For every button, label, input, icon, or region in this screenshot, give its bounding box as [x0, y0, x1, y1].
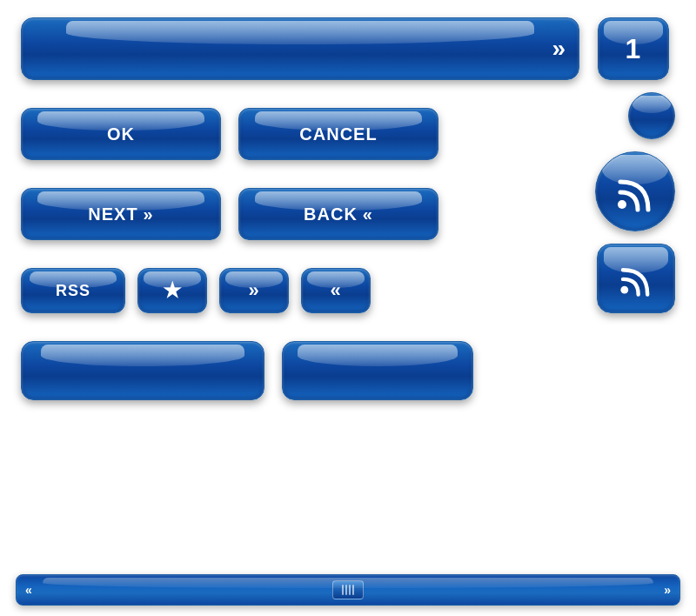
wide-button-chevron: »	[552, 37, 566, 61]
rss-circle-icon	[613, 170, 657, 213]
rss-text-button[interactable]: RSS	[21, 268, 125, 313]
scroll-right-arrow[interactable]: »	[655, 583, 679, 597]
scroll-left-arrow[interactable]: «	[17, 583, 41, 597]
wide-button[interactable]: »	[21, 17, 579, 80]
star-button[interactable]: ★	[137, 268, 207, 313]
thumb-line-2	[345, 585, 347, 595]
thumb-line-1	[342, 585, 344, 595]
row-small-buttons: RSS ★ » «	[21, 268, 579, 313]
rss-square-icon	[617, 259, 655, 298]
small-circle-button[interactable]	[628, 92, 675, 139]
scrollbar: « »	[16, 574, 680, 606]
row-blank-buttons	[21, 341, 579, 400]
next-chevron-icon: »	[144, 205, 154, 223]
backward-chevron-icon: «	[330, 281, 341, 300]
back-label: BACK	[304, 204, 358, 224]
row-next-back: NEXT » BACK «	[21, 188, 579, 240]
thumb-line-4	[352, 585, 354, 595]
scroll-thumb[interactable]	[332, 580, 364, 599]
thumb-line-3	[349, 585, 351, 595]
cancel-label: CANCEL	[299, 124, 377, 144]
cancel-button[interactable]: CANCEL	[238, 108, 438, 160]
left-section: » OK CANCEL NEXT » BACK	[21, 17, 579, 414]
row-wide: »	[21, 17, 579, 80]
svg-point-0	[618, 200, 626, 209]
ok-button[interactable]: OK	[21, 108, 221, 160]
number-badge-button[interactable]: 1	[598, 17, 669, 80]
ok-label: OK	[107, 124, 135, 144]
number-badge-label: 1	[626, 33, 642, 65]
row-ok-cancel: OK CANCEL	[21, 108, 579, 160]
next-label: NEXT	[88, 204, 137, 224]
blank-button-left[interactable]	[21, 341, 264, 400]
svg-point-1	[620, 286, 628, 294]
right-section: 1	[579, 17, 675, 414]
forward-button[interactable]: »	[219, 268, 289, 313]
next-button[interactable]: NEXT »	[21, 188, 221, 240]
back-button[interactable]: BACK «	[238, 188, 438, 240]
backward-button[interactable]: «	[301, 268, 371, 313]
back-chevron-icon: «	[363, 205, 373, 223]
button-grid: » OK CANCEL NEXT » BACK	[21, 17, 675, 414]
main-container: » OK CANCEL NEXT » BACK	[0, 0, 696, 616]
scrollbar-track[interactable]: « »	[16, 574, 680, 606]
rss-circle-button[interactable]	[595, 151, 675, 231]
blank-button-right[interactable]	[282, 341, 473, 400]
star-icon: ★	[163, 278, 183, 303]
rss-square-button[interactable]	[597, 244, 675, 313]
rss-text-label: RSS	[56, 282, 90, 300]
forward-chevron-icon: »	[248, 281, 259, 300]
